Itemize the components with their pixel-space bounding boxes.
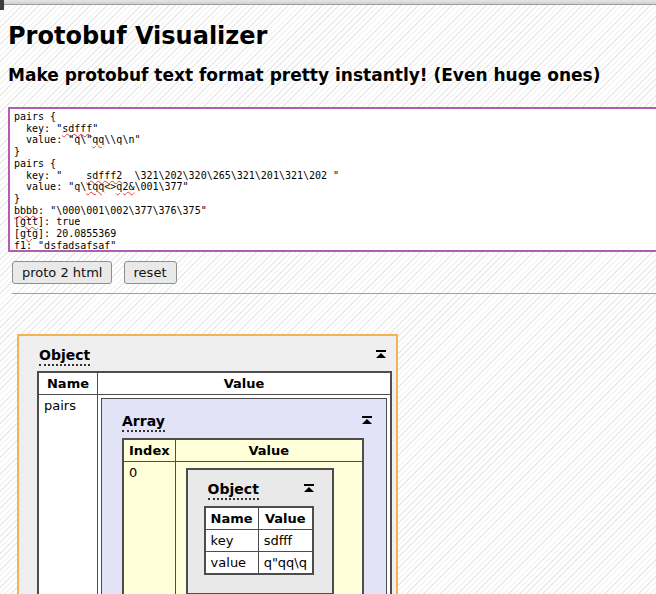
collapse-icon[interactable] [362, 416, 372, 424]
page-content: Protobuf Visualizer Make protobuf text f… [0, 0, 656, 594]
table-row: pairs Array Index Value [38, 395, 391, 594]
table-row: key sdfff [205, 530, 313, 552]
window-corner-artifact [0, 0, 4, 10]
column-header-index: Index [123, 439, 175, 462]
root-object-label[interactable]: Object [39, 347, 90, 366]
table-header-row: Name Value [38, 372, 391, 395]
window-top-edge [0, 0, 656, 5]
field-value-cell: sdfff [258, 530, 313, 552]
column-header-name: Name [38, 372, 98, 395]
editor-line: [gtg]: 20.0855369 [14, 228, 656, 240]
object-type-label[interactable]: Object [208, 481, 259, 500]
editor-line: } [14, 193, 656, 205]
editor-line: value: "q\tqq<>q2&\001\377" [14, 181, 656, 193]
result-panel: Object Name Value pairs Array [17, 334, 398, 594]
array-box: Array Index Value 0 [101, 398, 387, 594]
page-title: Protobuf Visualizer [8, 22, 656, 50]
array-item-row: 0 Object [123, 462, 363, 594]
object-heading: Object [208, 482, 314, 497]
field-name-cell: key [205, 530, 259, 552]
column-header-value: Value [258, 507, 313, 530]
object-box: Object Name Value [186, 468, 334, 594]
field-value-cell: Array Index Value 0 [98, 395, 392, 594]
object-table: Name Value key sdfff [204, 506, 314, 575]
editor-line: } [14, 146, 656, 158]
collapse-icon[interactable] [304, 484, 314, 492]
table-header-row: Index Value [123, 439, 363, 462]
table-row: value q"qq\q [205, 552, 313, 575]
proto-text-input[interactable]: pairs { key: "sdfff" value: "q\"qq\\q\n"… [8, 107, 656, 252]
reset-button[interactable]: reset [124, 261, 177, 284]
editor-line: pairs { [14, 158, 656, 170]
column-header-name: Name [205, 507, 259, 530]
root-object-heading: Object [39, 348, 388, 363]
column-header-value: Value [98, 372, 392, 395]
divider [12, 293, 656, 294]
editor-line: value: "q\"qq\\q\n" [14, 134, 656, 146]
editor-line: bbbb: "\000\001\002\377\376\375" [14, 205, 656, 217]
array-heading: Array [122, 414, 374, 429]
column-header-value: Value [175, 439, 363, 462]
editor-line: f1: "dsfadsafsaf" [14, 240, 656, 252]
array-type-label[interactable]: Array [122, 413, 165, 432]
index-cell: 0 [123, 462, 175, 594]
field-name-cell: value [205, 552, 259, 575]
collapse-icon[interactable] [376, 350, 386, 358]
table-header-row: Name Value [205, 507, 313, 530]
editor-line: key: " sdfff2 \321\202\320\265\321\201\3… [14, 170, 656, 182]
page-subtitle: Make protobuf text format pretty instant… [8, 65, 656, 85]
field-name-cell: pairs [38, 395, 98, 594]
array-table: Index Value 0 Object [122, 438, 364, 594]
field-value-cell: q"qq\q [258, 552, 313, 575]
editor-line: [gtt]: true [14, 216, 656, 228]
root-object-table: Name Value pairs Array Index Valu [37, 371, 392, 594]
proto2html-button[interactable]: proto 2 html [12, 261, 112, 284]
editor-line: key: "sdfff" [14, 123, 656, 135]
item-value-cell: Object Name Value [175, 462, 363, 594]
editor-line: pairs { [14, 111, 656, 123]
toolbar: proto 2 html reset [12, 261, 656, 284]
